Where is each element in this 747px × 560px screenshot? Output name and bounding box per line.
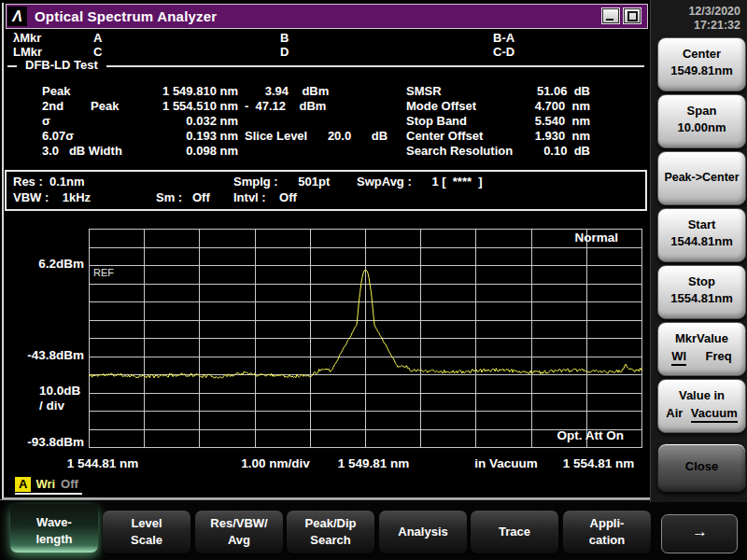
interval-setting: Intvl : Off	[233, 190, 297, 204]
stop-band-label: Stop Band	[406, 114, 467, 128]
trace-letter-badge: A	[15, 477, 31, 492]
tab-res-vbw-avg[interactable]: Res/VBW/ Avg	[195, 511, 283, 553]
peak-to-center-button[interactable]: Peak->Center	[657, 151, 746, 205]
sweep-settings-box: Res : 0.1nm Smplg : 501pt SwpAvg : 1 [ *…	[5, 170, 647, 211]
analysis-group-title: DFB-LD Test	[17, 58, 106, 72]
marker-c-d-label: C-D	[493, 45, 514, 59]
peak-wavelength-value: 1 549.810 nm	[112, 84, 238, 98]
osa-screen: Λ Optical Spectrum Analyzer λMkr A B B-A…	[0, 0, 747, 560]
slice-level-value: Slice Level 20.0 dB	[245, 129, 388, 143]
analysis-row-2nd-peak: 2nd Peak 1 554.510 nm - 47.12 dBm Mode O…	[0, 99, 648, 114]
function-tab-bar: Wave- length Level Scale Res/VBW/ Avg Pe…	[0, 502, 747, 560]
spectrum-trace-chart	[89, 229, 642, 448]
x-axis-scale-label: 1.00 nm/div	[219, 456, 331, 470]
x-axis-stop-label: 1 554.81 nm	[547, 456, 650, 470]
trace-write-mode: Wri	[35, 477, 55, 491]
minimize-button[interactable]	[602, 8, 619, 23]
stop-button[interactable]: Stop 1554.81nm	[657, 265, 746, 319]
window-title: Optical Spectrum Analyzer	[35, 8, 217, 24]
second-peak-level-value: - 47.12 dBm	[245, 99, 326, 113]
db-width-value: 0.098 nm	[112, 144, 238, 158]
resolution-setting: Res : 0.1nm	[13, 175, 85, 189]
smoothing-setting: Sm : Off	[156, 190, 210, 204]
trace-mode-label: Normal	[574, 231, 618, 245]
trace-a-selector[interactable]: A Wri Off	[15, 476, 78, 492]
tab-analysis[interactable]: Analysis	[379, 511, 467, 553]
value-in-toggle-button[interactable]: Value in Air Vacuum	[657, 379, 746, 433]
smsr-label: SMSR	[406, 84, 442, 98]
vbw-setting: VBW : 1kHz	[13, 190, 91, 204]
span-button[interactable]: Span 10.00nm	[657, 94, 746, 148]
db-width-label: 3.0 dB Width	[42, 144, 122, 158]
second-peak-label: 2nd Peak	[42, 99, 119, 113]
window-titlebar: Λ Optical Spectrum Analyzer	[6, 4, 648, 29]
spectrum-plot: REF Normal Opt. Att On	[89, 229, 642, 448]
tab-wavelength[interactable]: Wave- length	[10, 504, 98, 553]
mode-offset-label: Mode Offset	[406, 99, 476, 113]
marker-value-freq-option[interactable]: Freq	[706, 349, 732, 366]
peak-level-value: 3.94 dBm	[245, 84, 329, 98]
center-button[interactable]: Center 1549.81nm	[657, 37, 746, 91]
level-marker-label: LMkr	[13, 45, 42, 59]
sigma-label: σ	[42, 114, 50, 128]
tab-peak-dip-search[interactable]: Peak/Dip Search	[287, 511, 374, 553]
tab-application[interactable]: Appli- cation	[563, 511, 651, 553]
x-axis-start-label: 1 544.81 nm	[47, 456, 159, 470]
trace-indicator-underline	[15, 493, 82, 495]
marker-b-label: B	[280, 31, 289, 45]
peak-label: Peak	[42, 84, 70, 98]
y-axis-scale-line1: 10.0dB	[39, 384, 80, 398]
value-in-vacuum-option[interactable]: Vacuum	[691, 406, 738, 423]
mode-offset-value: 4.700 nm	[486, 99, 590, 113]
right-arrow-icon: →	[662, 523, 737, 541]
value-in-air-option[interactable]: Air	[666, 406, 683, 423]
tab-trace[interactable]: Trace	[471, 511, 558, 553]
search-resolution-value: 0.10 dB	[486, 144, 590, 158]
y-axis-mid-level: -43.8dBm	[7, 348, 84, 362]
screen-bottom-divider	[0, 499, 652, 500]
datetime-display: 12/3/2020 17:21:32	[688, 5, 740, 33]
lambda-marker-label: λMkr	[13, 31, 41, 45]
y-axis-bottom-level: -93.8dBm	[7, 435, 84, 449]
time-text: 17:21:32	[688, 19, 740, 33]
center-offset-label: Center Offset	[406, 129, 483, 143]
second-peak-wavelength-value: 1 554.510 nm	[112, 99, 238, 113]
ref-line-label: REF	[93, 267, 114, 278]
marker-d-label: D	[280, 45, 289, 59]
six-sigma-value: 0.193 nm	[112, 129, 238, 143]
x-axis-medium-label: in Vacuum	[450, 456, 562, 470]
softkey-sidebar: 12/3/2020 17:21:32 Center 1549.81nm Span…	[650, 0, 747, 502]
analysis-row-peak: Peak 1 549.810 nm 3.94 dBm SMSR 51.06 dB	[0, 84, 648, 99]
analysis-row-3db-width: 3.0 dB Width 0.098 nm Search Resolution …	[0, 144, 648, 159]
stop-band-value: 5.540 nm	[486, 114, 590, 128]
center-offset-value: 1.930 nm	[486, 129, 590, 143]
x-axis-center-label: 1 549.81 nm	[317, 456, 430, 470]
marker-c-label: C	[93, 45, 102, 59]
marker-value-toggle-button[interactable]: MkrValue Wl Freq	[657, 322, 746, 376]
sigma-value: 0.032 nm	[112, 114, 238, 128]
sweep-average-setting: SwpAvg : 1 [ **** ]	[357, 175, 483, 189]
maximize-icon	[627, 11, 638, 21]
close-button[interactable]: Close	[657, 443, 746, 492]
marker-a-label: A	[93, 31, 102, 45]
smsr-value: 51.06 dB	[486, 84, 590, 98]
anritsu-logo-icon: Λ	[7, 7, 27, 26]
trace-state: Off	[61, 477, 78, 491]
y-axis-scale-line2: / div	[39, 399, 64, 413]
date-text: 12/3/2020	[688, 5, 740, 19]
start-button[interactable]: Start 1544.81nm	[657, 208, 746, 262]
analysis-row-6sigma: 6.07σ 0.193 nm Slice Level 20.0 dB Cente…	[0, 129, 648, 144]
y-axis-ref-level: 6.2dBm	[7, 257, 84, 271]
sampling-setting: Smplg : 501pt	[233, 175, 330, 189]
optical-attenuator-status: Opt. Att On	[557, 428, 624, 442]
marker-value-wl-option[interactable]: Wl	[671, 349, 686, 366]
tab-more-arrow[interactable]: →	[661, 514, 738, 553]
tab-level-scale[interactable]: Level Scale	[103, 511, 190, 553]
marker-b-a-label: B-A	[493, 31, 514, 45]
maximize-button[interactable]	[624, 8, 641, 23]
minimize-icon	[606, 19, 613, 21]
analysis-row-sigma: σ 0.032 nm Stop Band 5.540 nm	[0, 114, 648, 129]
six-sigma-label: 6.07σ	[42, 129, 74, 143]
